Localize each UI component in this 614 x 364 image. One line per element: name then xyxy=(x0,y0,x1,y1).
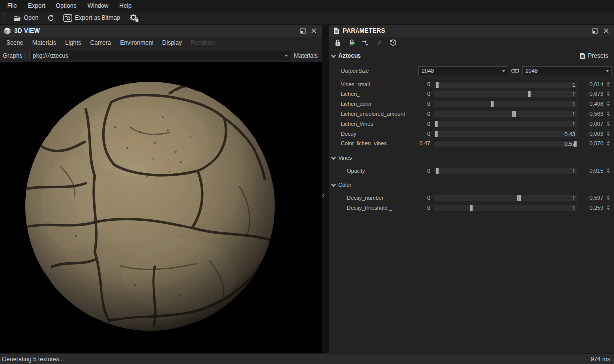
spinner-up-icon[interactable] xyxy=(607,131,610,133)
param-slider-handle[interactable] xyxy=(512,111,516,117)
param-slider-track[interactable]: 1 xyxy=(434,168,577,174)
spinner-down-icon[interactable] xyxy=(607,144,610,146)
spinner-up-icon[interactable] xyxy=(607,82,610,84)
menu-export[interactable]: Export xyxy=(22,0,51,12)
param-slider-handle[interactable] xyxy=(491,101,494,107)
param-slider-handle[interactable] xyxy=(435,131,438,137)
view-menu-environment[interactable]: Environment xyxy=(115,37,157,49)
spinner-up-icon[interactable] xyxy=(607,205,610,207)
param-slider-track[interactable]: 0.57 xyxy=(434,140,577,147)
param-value-spinner[interactable] xyxy=(605,91,612,96)
param-value-spinner[interactable] xyxy=(605,205,612,210)
param-value-spinner[interactable] xyxy=(605,131,612,136)
param-slider-track[interactable]: 1 xyxy=(434,121,577,127)
param-value[interactable]: 0,563 xyxy=(580,111,603,117)
spinner-down-icon[interactable] xyxy=(607,114,610,116)
export-bitmap-button[interactable]: Export as Bitmap xyxy=(60,13,123,23)
param-value-spinner[interactable] xyxy=(605,121,612,126)
panel-splitter[interactable]: ‹ xyxy=(322,25,329,353)
lock-button[interactable] xyxy=(333,38,342,47)
settings-button[interactable] xyxy=(126,13,142,23)
view-menu-scene[interactable]: Scene xyxy=(2,37,28,49)
graphs-dropdown-arrow[interactable] xyxy=(282,51,290,60)
param-slider-handle[interactable] xyxy=(436,168,439,174)
spinner-down-icon[interactable] xyxy=(607,94,610,96)
param-value[interactable]: 0,014 xyxy=(580,81,603,87)
reset-button[interactable] xyxy=(389,38,398,47)
param-slider-track[interactable]: 1 xyxy=(434,195,577,201)
lock-sync-button[interactable] xyxy=(347,38,356,47)
param-slider-handle[interactable] xyxy=(470,205,473,211)
spinner-up-icon[interactable] xyxy=(607,168,610,170)
param-value-spinner[interactable] xyxy=(605,82,612,87)
transfer-button[interactable] xyxy=(361,38,370,47)
presets-button[interactable]: Presets xyxy=(578,52,610,60)
param-value-spinner[interactable] xyxy=(605,111,612,116)
param-min-value: 0 xyxy=(415,195,430,201)
output-size-height-dropdown[interactable]: 2048 xyxy=(522,66,612,75)
splitter-collapse-icon[interactable]: ‹ xyxy=(322,192,324,198)
param-slider-handle[interactable] xyxy=(574,141,577,147)
menu-file[interactable]: File xyxy=(2,0,22,12)
param-slider-handle[interactable] xyxy=(435,121,438,127)
spinner-down-icon[interactable] xyxy=(607,104,610,106)
param-slider-handle[interactable] xyxy=(528,91,531,97)
param-value[interactable]: 0,003 xyxy=(580,131,603,136)
param-slider-track[interactable]: 1 xyxy=(434,81,577,88)
view-menu-camera[interactable]: Camera xyxy=(86,37,116,49)
param-max-value: 0.43 xyxy=(565,131,575,137)
param-slider-track[interactable]: 1 xyxy=(434,91,577,97)
spinner-up-icon[interactable] xyxy=(607,111,610,113)
param-value-spinner[interactable] xyxy=(605,101,612,106)
spinner-up-icon[interactable] xyxy=(607,91,610,93)
spinner-down-icon[interactable] xyxy=(607,134,610,136)
link-size-icon[interactable] xyxy=(511,68,519,73)
spinner-down-icon[interactable] xyxy=(607,208,610,210)
param-value[interactable]: 0,015 xyxy=(580,168,603,174)
param-slider-track[interactable]: 1 xyxy=(434,101,577,107)
param-slider-handle[interactable] xyxy=(436,82,439,88)
3d-view-close-button[interactable] xyxy=(310,27,318,35)
spinner-down-icon[interactable] xyxy=(607,124,610,126)
param-value[interactable]: 0,259 xyxy=(580,205,603,211)
spinner-down-icon[interactable] xyxy=(607,85,610,87)
param-slider-track[interactable]: 0.43 xyxy=(434,131,577,137)
spinner-up-icon[interactable] xyxy=(607,121,610,123)
section-header-vines[interactable]: Vines xyxy=(329,153,614,163)
param-value[interactable]: 0,570 xyxy=(580,140,603,146)
open-button[interactable]: Open xyxy=(10,13,41,22)
menu-options[interactable]: Options xyxy=(51,0,82,12)
param-value-spinner[interactable] xyxy=(605,168,612,173)
edit-button[interactable] xyxy=(375,38,384,47)
param-slider-track[interactable]: 1 xyxy=(434,111,577,117)
param-value-spinner[interactable] xyxy=(605,141,612,146)
param-max-value: 1 xyxy=(572,205,575,211)
spinner-up-icon[interactable] xyxy=(607,101,610,103)
parameters-close-button[interactable] xyxy=(602,27,610,35)
3d-viewport[interactable] xyxy=(0,62,322,353)
view-menu-display[interactable]: Display xyxy=(158,37,186,49)
spinner-up-icon[interactable] xyxy=(607,141,610,143)
group-header-aztecus[interactable]: Aztecus Presets xyxy=(329,50,614,61)
spinner-down-icon[interactable] xyxy=(607,198,610,200)
section-header-color[interactable]: Color xyxy=(329,180,614,190)
spinner-down-icon[interactable] xyxy=(607,171,610,173)
output-size-width-dropdown[interactable]: 2048 xyxy=(418,66,508,75)
refresh-button[interactable] xyxy=(44,13,57,23)
param-value[interactable]: 0,408 xyxy=(580,101,603,107)
spinner-up-icon[interactable] xyxy=(607,195,610,197)
view-menu-lights[interactable]: Lights xyxy=(61,37,86,49)
menu-help[interactable]: Help xyxy=(114,0,137,12)
param-slider-track[interactable]: 1 xyxy=(434,205,577,211)
param-value[interactable]: 0,597 xyxy=(580,195,603,201)
parameters-float-button[interactable] xyxy=(591,27,599,35)
param-slider-handle[interactable] xyxy=(517,195,521,201)
graphs-dropdown[interactable]: pkg://Aztecus xyxy=(29,51,290,60)
param-value[interactable]: 0,007 xyxy=(580,121,603,127)
toolbar-grip[interactable] xyxy=(3,13,4,22)
param-value-spinner[interactable] xyxy=(605,195,612,200)
3d-view-float-button[interactable] xyxy=(299,27,307,35)
menu-window[interactable]: Window xyxy=(82,0,114,12)
param-value[interactable]: 0,673 xyxy=(580,91,603,97)
view-menu-materials[interactable]: Materials xyxy=(28,37,61,49)
